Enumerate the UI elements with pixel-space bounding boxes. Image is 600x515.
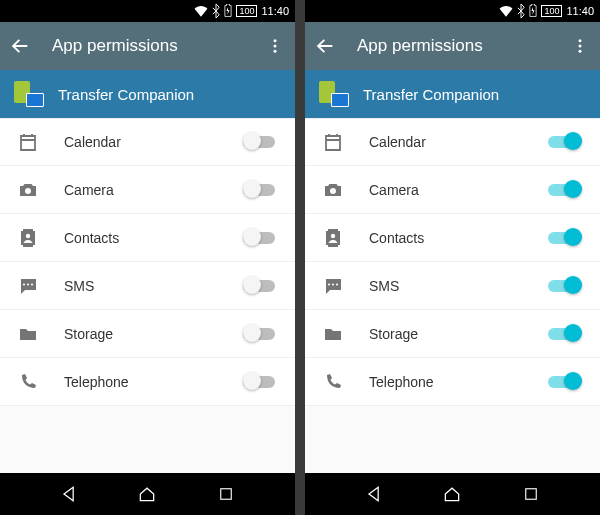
telephone-icon: [16, 370, 40, 394]
app-icon: [319, 81, 349, 107]
permission-item: Storage: [0, 310, 295, 358]
app-header: Transfer Companion: [305, 70, 600, 118]
permission-item: Calendar: [305, 118, 600, 166]
permission-toggle[interactable]: [243, 324, 279, 344]
permission-toggle[interactable]: [243, 276, 279, 296]
permission-item: Contacts: [0, 214, 295, 262]
battery-level: 100: [236, 5, 257, 17]
page-title: App permissions: [357, 36, 568, 56]
telephone-icon: [321, 370, 345, 394]
permission-list: Calendar Camera Contacts SMS: [0, 118, 295, 473]
svg-rect-14: [526, 489, 537, 500]
permission-toggle[interactable]: [548, 324, 584, 344]
status-bar: 100 11:40: [305, 0, 600, 22]
navigation-bar: [305, 473, 600, 515]
permission-toggle[interactable]: [243, 180, 279, 200]
permission-toggle[interactable]: [548, 180, 584, 200]
storage-icon: [321, 322, 345, 346]
bluetooth-icon: [517, 4, 525, 18]
square-icon: [522, 485, 540, 503]
battery-level: 100: [541, 5, 562, 17]
sms-icon: [16, 274, 40, 298]
svg-point-12: [579, 45, 582, 48]
permission-label: Telephone: [369, 374, 548, 390]
permission-toggle[interactable]: [548, 132, 584, 152]
permission-item: Telephone: [0, 358, 295, 406]
permission-label: Telephone: [64, 374, 243, 390]
status-time: 11:40: [566, 5, 594, 17]
nav-home-button[interactable]: [434, 476, 470, 512]
permission-label: SMS: [64, 278, 243, 294]
nav-home-button[interactable]: [129, 476, 165, 512]
permission-toggle[interactable]: [548, 372, 584, 392]
navigation-bar: [0, 473, 295, 515]
back-button[interactable]: [313, 34, 337, 58]
permission-label: SMS: [369, 278, 548, 294]
app-bar: App permissions: [305, 22, 600, 70]
svg-point-8: [274, 45, 277, 48]
wifi-icon: [194, 5, 208, 17]
permission-label: Calendar: [369, 134, 548, 150]
dots-vertical-icon: [571, 37, 589, 55]
nav-recent-button[interactable]: [513, 476, 549, 512]
status-time: 11:40: [261, 5, 289, 17]
back-button[interactable]: [8, 34, 32, 58]
permission-list: Calendar Camera Contacts SMS: [305, 118, 600, 473]
overflow-menu-button[interactable]: [568, 34, 592, 58]
sms-icon: [321, 274, 345, 298]
contacts-icon: [321, 226, 345, 250]
permission-label: Storage: [64, 326, 243, 342]
permission-label: Contacts: [369, 230, 548, 246]
storage-icon: [16, 322, 40, 346]
permission-toggle[interactable]: [548, 276, 584, 296]
status-bar: 100 11:40: [0, 0, 295, 22]
home-outline-icon: [137, 484, 157, 504]
nav-recent-button[interactable]: [208, 476, 244, 512]
battery-charging-icon: [529, 4, 537, 18]
triangle-left-icon: [364, 484, 384, 504]
permission-item: Contacts: [305, 214, 600, 262]
square-icon: [217, 485, 235, 503]
camera-icon: [16, 178, 40, 202]
dots-vertical-icon: [266, 37, 284, 55]
permission-item: Telephone: [305, 358, 600, 406]
arrow-left-icon: [9, 35, 31, 57]
permission-toggle[interactable]: [548, 228, 584, 248]
permission-item: Storage: [305, 310, 600, 358]
calendar-icon: [16, 130, 40, 154]
page-title: App permissions: [52, 36, 263, 56]
nav-back-button[interactable]: [51, 476, 87, 512]
permission-label: Camera: [369, 182, 548, 198]
svg-point-13: [579, 50, 582, 53]
app-name: Transfer Companion: [58, 86, 194, 103]
app-name: Transfer Companion: [363, 86, 499, 103]
permission-item: Calendar: [0, 118, 295, 166]
permission-label: Calendar: [64, 134, 243, 150]
battery-charging-icon: [224, 4, 232, 18]
svg-point-9: [274, 50, 277, 53]
bluetooth-icon: [212, 4, 220, 18]
triangle-left-icon: [59, 484, 79, 504]
app-icon: [14, 81, 44, 107]
svg-point-11: [579, 39, 582, 42]
app-header: Transfer Companion: [0, 70, 295, 118]
permission-label: Camera: [64, 182, 243, 198]
arrow-left-icon: [314, 35, 336, 57]
permission-toggle[interactable]: [243, 372, 279, 392]
nav-back-button[interactable]: [356, 476, 392, 512]
permission-toggle[interactable]: [243, 228, 279, 248]
svg-point-7: [274, 39, 277, 42]
app-bar: App permissions: [0, 22, 295, 70]
permission-item: SMS: [0, 262, 295, 310]
calendar-icon: [321, 130, 345, 154]
permission-label: Contacts: [64, 230, 243, 246]
permission-item: SMS: [305, 262, 600, 310]
permission-label: Storage: [369, 326, 548, 342]
permission-item: Camera: [305, 166, 600, 214]
svg-rect-10: [221, 489, 232, 500]
contacts-icon: [16, 226, 40, 250]
wifi-icon: [499, 5, 513, 17]
camera-icon: [321, 178, 345, 202]
permission-toggle[interactable]: [243, 132, 279, 152]
overflow-menu-button[interactable]: [263, 34, 287, 58]
